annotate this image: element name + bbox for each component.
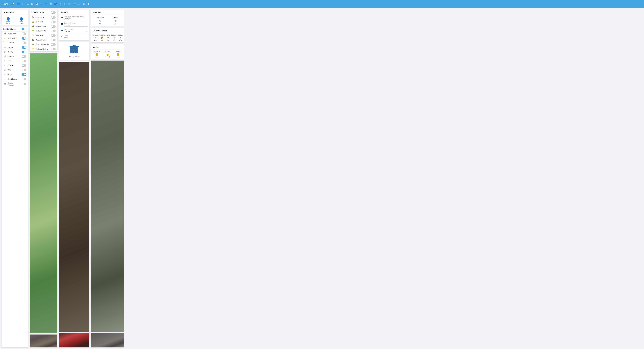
lock-front-door-icon: 🔒	[96, 53, 99, 56]
bedroom-toggle[interactable]	[22, 42, 26, 44]
garage-interior-toggle[interactable]	[51, 39, 56, 41]
kitchen-icon: 🏠	[3, 46, 6, 48]
basement-toggle[interactable]	[22, 64, 26, 67]
list-item: 🚿 Upstairs Bathroom	[2, 81, 28, 87]
climate-thermostat[interactable]: Thermostat ❄ Auto	[92, 34, 98, 41]
svg-rect-2	[70, 48, 78, 49]
tools-icon[interactable]: ✂	[22, 2, 24, 6]
list-item: 🌿 Backyard Deck	[30, 24, 58, 29]
climate-thermostat-value: Auto	[94, 40, 96, 41]
user-2-icon: 👤	[19, 17, 24, 22]
backyard-deck-toggle[interactable]	[51, 25, 56, 28]
more-menu-icon[interactable]: ⋮	[639, 2, 642, 6]
lock-front-door-status: Locked	[95, 56, 99, 58]
mail-icon[interactable]: ✉	[31, 2, 33, 6]
shield-icon[interactable]: 🛡	[68, 3, 71, 6]
lock-front-door[interactable]: Front Door 🔒 Locked	[94, 51, 100, 58]
kitchen-label: Kitchen	[8, 46, 20, 48]
cards-icon[interactable]: 🃏	[83, 2, 86, 6]
backyard-lighting-icon: 💡	[32, 48, 34, 50]
climate-thermostat-icon: ❄	[94, 36, 96, 39]
list-item: 🛏 Bedroom	[2, 40, 28, 45]
backyard-patio-icon: 🌱	[32, 30, 34, 32]
climate-fireplace-value: Off	[101, 40, 103, 41]
climate-basement[interactable]: Basement ❄ Off	[111, 34, 117, 41]
list-item: 💡 Hallway	[2, 50, 28, 54]
bed-icon[interactable]: 🛏	[27, 3, 29, 6]
remote-title: Remote	[59, 10, 89, 15]
stairs-toggle[interactable]	[22, 60, 26, 62]
garage-door-icon	[69, 45, 80, 55]
upstairs-bath-toggle[interactable]	[22, 83, 26, 85]
guest-bedroom-toggle[interactable]	[22, 78, 26, 80]
office2-icon: 🖥	[3, 73, 6, 76]
back-door-label: Back Door	[36, 21, 50, 23]
building-icon[interactable]: 🏛	[50, 3, 52, 6]
pen-icon[interactable]: ✏	[40, 2, 42, 6]
exterior-lights-toggle[interactable]	[51, 11, 56, 14]
office1-icon: 🖥	[3, 69, 6, 71]
svg-rect-3	[70, 50, 78, 50]
office1-toggle[interactable]	[22, 69, 26, 71]
mic-icon[interactable]: 🎤	[73, 2, 76, 6]
kitchen-toggle[interactable]	[22, 46, 26, 49]
back-door-light-icon: 🔔	[32, 21, 34, 23]
front-yard-label: Front Yard Lighting	[36, 44, 50, 46]
bathroom-toggle[interactable]	[22, 55, 26, 58]
remote-3-value: PowerOff	[64, 31, 86, 32]
hallway-toggle[interactable]	[22, 50, 26, 53]
list-icon[interactable]: ☰	[78, 2, 80, 6]
hallway-label: Hallway	[8, 51, 20, 53]
list-item: 🛏 Guest Bedroom	[2, 77, 28, 81]
backyard-patio-toggle[interactable]	[51, 30, 56, 32]
user-2[interactable]: 👤 Home	[19, 17, 24, 24]
vacuums-panel: Vacuums Downstairs ⊙ Off Upstairs ⊙ Off	[91, 10, 124, 26]
garage-light-icon: 🏠	[32, 34, 34, 36]
pin-icon[interactable]: 📍	[44, 2, 47, 6]
backyard-lighting-label: Backyard Lighting	[36, 48, 50, 50]
backyard-lighting-toggle[interactable]	[51, 48, 56, 50]
climate-outdoor[interactable]: Outdoor 🌡 47 °F	[118, 34, 123, 41]
settings-icon[interactable]: ⚙	[88, 2, 90, 6]
app-title: Home	[2, 3, 8, 5]
people-icon[interactable]: 👥	[17, 2, 20, 6]
front-porch-label: Front Porch	[36, 16, 50, 18]
living-room-label: Living Room	[8, 33, 20, 35]
navigation-icon[interactable]: ➤	[64, 2, 66, 6]
dining-room-toggle[interactable]	[22, 37, 26, 40]
vacuum-downstairs-status: Off	[99, 23, 101, 24]
monitor-icon[interactable]: 🖥	[36, 3, 38, 6]
garage-content: Garage Door	[59, 42, 89, 60]
vacuum-upstairs[interactable]: Upstairs ⊙ Off	[113, 16, 118, 24]
dining-room-icon: ✦	[3, 37, 6, 40]
list-item: 🏠 Kitchen	[2, 45, 28, 50]
interior-lights-master-toggle[interactable]	[22, 28, 26, 30]
list-item: 📺 Living Room Media Center Remote PowerO…	[59, 15, 89, 21]
remote-1-value: PowerOff	[64, 18, 86, 20]
list-item: 🖥 Office	[2, 68, 28, 72]
vacuum-downstairs[interactable]: Downstairs ⊙ Off	[97, 16, 104, 24]
climate-fireplace[interactable]: Fireplace 🔥 Off	[100, 34, 105, 41]
remote-3-label: Office TV Remote	[64, 29, 88, 30]
living-room-toggle[interactable]	[22, 32, 26, 35]
accessibility-icon[interactable]: ♿	[54, 2, 57, 6]
lock-basement[interactable]: Basement 🔒 Locked	[115, 51, 121, 58]
clock-icon[interactable]: ⏱	[60, 3, 62, 6]
remote-3-icon: 📺	[61, 29, 63, 31]
back-door-toggle[interactable]	[51, 20, 56, 23]
user-1[interactable]: 👤 Home	[6, 17, 10, 24]
lock-basement-status: Locked	[116, 56, 120, 58]
front-porch-toggle[interactable]	[51, 16, 56, 19]
front-yard-toggle[interactable]	[51, 43, 56, 46]
climate-title: Climate Control	[91, 28, 124, 33]
garage-light-toggle[interactable]	[51, 34, 56, 37]
camera-bottom-label	[30, 347, 32, 347]
garage-panel[interactable]: Garage Door	[59, 42, 89, 60]
vacuum-upstairs-label: Upstairs	[113, 16, 118, 18]
office2-toggle[interactable]	[22, 73, 26, 76]
list-item: 🔊 Sonos None ▼	[59, 34, 89, 40]
home-icon[interactable]: 🏠	[12, 2, 15, 6]
lock-back-door[interactable]: Back Door 🔒 Locked	[104, 51, 111, 58]
dining-room-label: Dining Room	[8, 38, 20, 39]
climate-office[interactable]: Office ❄ Cool	[106, 34, 110, 41]
